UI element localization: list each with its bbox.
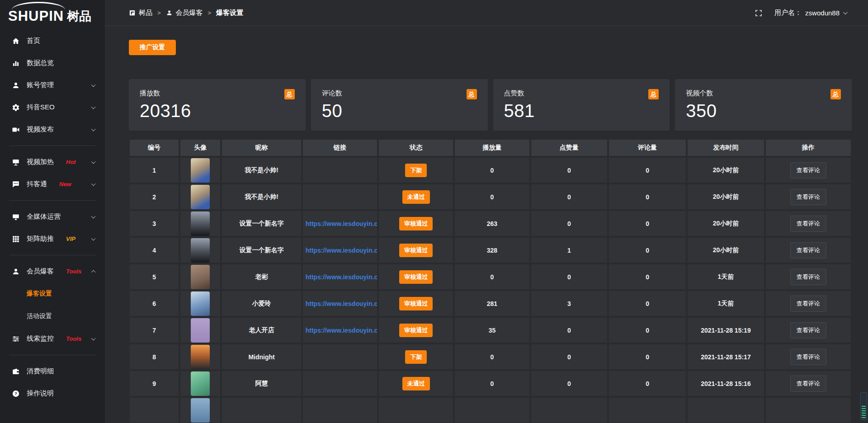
- table-row: 7 老人开店 https://www.iesdouyin.c 审核通过 35 0…: [129, 317, 852, 343]
- sidebar-item-douyin-seo[interactable]: 抖音SEO: [0, 96, 105, 118]
- sidebar-item-data-overview[interactable]: 数据总览: [0, 52, 105, 74]
- stat-value: 20316: [140, 101, 295, 121]
- logo-text-cn: 树品: [67, 8, 91, 24]
- like-count: 1: [567, 247, 571, 254]
- avatar: [191, 238, 210, 263]
- like-count: 0: [567, 353, 571, 361]
- fullscreen-icon[interactable]: [755, 9, 763, 17]
- stat-card-videos: 视频个数 总 350: [675, 79, 852, 131]
- view-comments-button[interactable]: 查看评论: [790, 162, 826, 179]
- promotion-settings-button[interactable]: 推广设置: [129, 40, 176, 55]
- breadcrumb-label: 爆客设置: [216, 9, 243, 17]
- sidebar-item-matrix-boost[interactable]: 矩阵助推 VIP: [0, 228, 105, 250]
- play-count: 0: [491, 353, 494, 361]
- status-badge: 审核通过: [399, 217, 433, 230]
- sidebar-item-label: 视频发布: [27, 125, 54, 134]
- stat-label: 评论数: [322, 89, 342, 98]
- comment-count: 0: [646, 273, 649, 281]
- view-comments-button[interactable]: 查看评论: [790, 242, 826, 258]
- publish-time: 1天前: [718, 273, 734, 280]
- user-icon: [12, 268, 20, 276]
- stat-value: 50: [322, 101, 477, 121]
- sidebar-item-lead-monitoring[interactable]: 线索监控 Tools: [0, 328, 105, 350]
- comment-count: 0: [646, 353, 649, 361]
- column-header-link: 链接: [302, 139, 378, 157]
- nickname: 老彬: [255, 273, 268, 280]
- sidebar-subitem-baoke-settings[interactable]: 爆客设置: [0, 282, 105, 305]
- sidebar-item-consumption-details[interactable]: 消费明细: [0, 360, 105, 382]
- sidebar-item-label: 账号管理: [27, 81, 54, 89]
- sidebar-divider: [9, 355, 96, 355]
- nickname: 小爱玲: [252, 300, 271, 307]
- sidebar-item-video-heating[interactable]: 视频加热 Hot: [0, 151, 105, 173]
- sidebar-item-label: 矩阵助推: [27, 235, 54, 243]
- status-badge: 未通过: [402, 377, 430, 390]
- row-id: 3: [152, 220, 156, 227]
- svg-text:?: ?: [14, 391, 17, 396]
- sidebar-item-instructions[interactable]: ? 操作说明: [0, 382, 105, 404]
- view-comments-button[interactable]: 查看评论: [790, 322, 826, 338]
- column-header-status: 状态: [378, 139, 454, 157]
- sidebar-item-label: 数据总览: [27, 59, 54, 67]
- comment-count: 0: [646, 193, 649, 201]
- video-link[interactable]: https://www.iesdouyin.c: [303, 220, 377, 227]
- stat-card-likes: 点赞数 总 581: [493, 79, 670, 131]
- username-label: 用户名：: [774, 9, 802, 17]
- sidebar-item-home[interactable]: 首页: [0, 30, 105, 52]
- breadcrumb-separator: >: [157, 9, 161, 16]
- play-count: 0: [491, 273, 494, 281]
- home-icon: [12, 37, 20, 45]
- logo-arc-decoration: [12, 2, 65, 10]
- view-comments-button[interactable]: 查看评论: [790, 269, 826, 285]
- avatar: [191, 398, 210, 423]
- sidebar-item-member-baoke[interactable]: 会员爆客 Tools: [0, 260, 105, 282]
- column-header-publish-time: 发布时间: [687, 139, 764, 157]
- comment-count: 0: [646, 247, 649, 254]
- sidebar-subitem-activity-settings[interactable]: 活动设置: [0, 305, 105, 328]
- chevron-down-icon: [91, 181, 96, 186]
- video-link[interactable]: https://www.iesdouyin.c: [303, 300, 377, 307]
- sidebar-item-video-publish[interactable]: 视频发布: [0, 118, 105, 141]
- sidebar-item-omnimedia-operation[interactable]: 全媒体运营: [0, 206, 105, 228]
- sidebar-item-label: 抖音SEO: [27, 103, 55, 112]
- play-count: 328: [487, 247, 497, 254]
- play-count: 0: [491, 193, 494, 201]
- view-comments-button[interactable]: 查看评论: [790, 216, 826, 232]
- user-menu[interactable]: 用户名： zswodun88: [774, 9, 846, 17]
- screen-icon: [12, 158, 20, 166]
- row-id: 5: [152, 273, 156, 281]
- view-comments-button[interactable]: 查看评论: [790, 296, 826, 312]
- video-link[interactable]: https://www.iesdouyin.c: [303, 247, 377, 254]
- view-comments-button[interactable]: 查看评论: [790, 349, 826, 365]
- table-row: 9 阿慧 未通过 0 0 0 2021-11-28 15:16 查看评论: [129, 370, 852, 397]
- like-count: 0: [567, 327, 571, 334]
- view-comments-button[interactable]: 查看评论: [790, 376, 826, 392]
- floating-widget[interactable]: [860, 392, 867, 420]
- sidebar-item-account-management[interactable]: 账号管理: [0, 74, 105, 96]
- sidebar-item-label: 消费明细: [27, 367, 54, 376]
- row-id: 7: [152, 327, 156, 334]
- play-count: 0: [491, 380, 494, 387]
- username-value: zswodun88: [805, 9, 840, 17]
- stat-value: 581: [504, 101, 659, 121]
- like-count: 0: [567, 167, 571, 174]
- sidebar-item-douketong[interactable]: 抖客通 New: [0, 173, 105, 195]
- brand-logo: SHUPIN 树品: [0, 0, 105, 28]
- breadcrumb-member-baoke[interactable]: 会员爆客: [166, 9, 203, 17]
- wallet-icon: [12, 367, 20, 376]
- video-link[interactable]: https://www.iesdouyin.c: [303, 273, 377, 281]
- total-badge: 总: [648, 89, 659, 99]
- avatar: [191, 212, 210, 236]
- column-header-comments: 评论量: [608, 139, 687, 157]
- play-count: 263: [487, 220, 497, 227]
- table-row: 1 我不是小帅! 下架 0 0 0 20小时前 查看评论: [129, 157, 852, 183]
- top-bar: 树品 > 会员爆客 > 爆客设置 用户名： zswodun88: [105, 0, 868, 26]
- chevron-down-icon: [91, 104, 96, 109]
- row-id: 6: [152, 300, 156, 307]
- total-badge: 总: [830, 89, 841, 99]
- view-comments-button[interactable]: 查看评论: [790, 189, 826, 205]
- breadcrumb-home[interactable]: 树品: [129, 9, 152, 17]
- video-link[interactable]: https://www.iesdouyin.c: [303, 327, 377, 334]
- breadcrumb-label: 树品: [139, 9, 152, 17]
- bar-chart-icon: [12, 59, 20, 67]
